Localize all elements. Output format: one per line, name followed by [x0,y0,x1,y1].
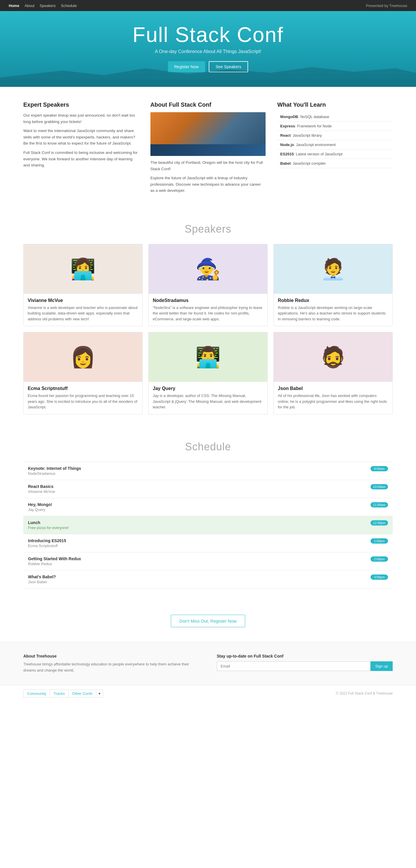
speaker-bio: Ecma found her passion for programming a… [28,393,138,410]
speaker-bio: All of his professional life, Json has w… [278,393,388,410]
speaker-info: Json Babel All of his professional life,… [274,382,392,414]
speaker-avatar: 🧔 [274,332,392,382]
schedule-item: React BasicsVivianne McVue10:00am [23,480,393,498]
speaker-card: 🧑‍💼 Robbie Redux Robbie is a JavaScript … [273,244,393,327]
speaker-info: Vivianne McVue Vivianne is a web develop… [24,294,142,326]
cta-register-button[interactable]: Don't Miss Out, Register Now [171,615,245,627]
learn-table-row: Express: Framework for Node [277,122,393,131]
nav-links: Home About Speakers Schedule [9,3,77,8]
schedule-title: React Basics [28,484,55,489]
schedule-info: React BasicsVivianne McVue [28,484,55,494]
speaker-name: Vivianne McVue [28,298,138,303]
cta-section: Don't Miss Out, Register Now [0,603,416,642]
schedule-speaker: NodeStradamus [28,471,81,476]
register-now-button[interactable]: Register Now [168,61,205,72]
schedule-item: Keynote: Internet of ThingsNodeStradamus… [23,462,393,480]
time-badge: 10:00am [370,484,388,489]
speaker-card: 🧔 Json Babel All of his professional lif… [273,332,393,414]
speaker-info: Jay Query Jay is a developer, author of … [149,382,267,414]
expert-speakers-col: Expert Speakers Our expert speaker lineu… [23,101,139,197]
learn-table-row: Babel: JavaScript compiler [277,159,393,168]
hero-section: Full Stack Conf A One-day Conference Abo… [0,11,416,87]
what-youll-learn-col: What You'll Learn MongoDB: NoSQL databas… [277,101,393,197]
schedule-title: Introducing ES2015 [28,538,66,543]
footer-newsletter-title: Stay up-to-date on Full Stack Conf [217,654,393,658]
speaker-name: Ecma Scriptnstuff [28,386,138,391]
learn-term: Babel: JavaScript compiler [277,159,393,168]
nav-schedule[interactable]: Schedule [61,3,77,8]
schedule-speaker: Json Babel [28,580,56,584]
schedule-title: Lunch [28,520,69,525]
speaker-info: Ecma Scriptnstuff Ecma found her passion… [24,382,142,414]
schedule-item: Hey, Mongo!Jay Query11:00am [23,498,393,516]
speaker-name: Json Babel [278,386,388,391]
footer-about-text: Treehouse brings affordable technology e… [23,661,199,674]
footer-link-tracks[interactable]: Tracks [50,690,68,698]
learn-table-row: React: JavaScript library [277,131,393,140]
time-badge: 2:00pm [370,556,388,562]
footer-dropdown-button[interactable]: ▾ [96,690,103,698]
learn-term: Express: Framework for Node [277,122,393,131]
nav-about[interactable]: About [25,3,34,8]
expert-p2: Want to meet the international JavaScrip… [23,128,139,147]
hero-subtitle: A One-day Conference About All Things Ja… [155,49,261,54]
schedule-speaker: Jay Query [28,507,52,512]
expert-speakers-title: Expert Speakers [23,101,139,108]
speakers-section-title: Speakers [0,211,416,244]
learn-term: ES2015: Latest version of JavaScript [277,150,393,159]
footer-about-col: About Treehouse Treehouse brings afforda… [23,654,199,674]
speaker-card: 👩 Ecma Scriptnstuff Ecma found her passi… [23,332,143,414]
speaker-card: 🧙 NodeStradamus "NodeStra" is a software… [148,244,268,327]
portland-image [150,112,266,156]
speaker-bio: "NodeStra" is a software engineer and ph… [153,305,263,322]
nav-speakers[interactable]: Speakers [40,3,56,8]
schedule-item: Getting Started With ReduxRobbie Redux2:… [23,552,393,570]
learn-term: React: JavaScript library [277,131,393,140]
time-badge: 3:00pm [370,575,388,580]
schedule-section: Schedule Keynote: Internet of ThingsNode… [0,429,416,603]
schedule-info: What's Babel?Json Babel [28,575,56,584]
learn-term: Node.js: JavaScript environment [277,140,393,150]
speaker-bio: Robbie is a JavaScript developer working… [278,305,388,322]
speaker-bio: Vivianne is a web developer and teacher … [28,305,138,322]
expert-p3: Full Stack Conf is committed to being in… [23,150,139,168]
time-badge: 11:00am [370,502,388,507]
speaker-bio: Jay is a developer, author of CSS: The M… [153,393,263,410]
speaker-card: 👨‍💻 Jay Query Jay is a developer, author… [148,332,268,414]
email-row: Sign up [217,661,393,671]
schedule-section-title: Schedule [0,429,416,462]
conf-p1: The beautiful city of Portland, Oregon w… [150,159,266,172]
nav-presented: Presented by Treehouse [366,3,407,8]
speaker-avatar: 👩‍💻 [24,244,142,294]
schedule-title: Hey, Mongo! [28,502,52,507]
schedule-speaker: Ecma Scriptnstuff [28,544,66,548]
about-section: Expert Speakers Our expert speaker lineu… [0,87,416,211]
schedule-item: LunchFree pizza for everyone!12:00pm [23,516,393,534]
signup-button[interactable]: Sign up [370,661,393,671]
about-conf-title: About Full Stack Conf [150,101,266,108]
schedule-list: Keynote: Internet of ThingsNodeStradamus… [0,462,416,603]
learn-table: MongoDB: NoSQL databaseExpress: Framewor… [277,112,393,168]
schedule-speaker: Vivianne McVue [28,489,55,494]
speaker-info: Robbie Redux Robbie is a JavaScript deve… [274,294,392,326]
email-input[interactable] [217,661,370,671]
speaker-name: NodeStradamus [153,298,263,303]
speakers-section: Speakers 👩‍💻 Vivianne McVue Vivianne is … [0,211,416,429]
speaker-avatar: 🧑‍💼 [274,244,392,294]
schedule-lunch-desc: Free pizza for everyone! [28,526,69,530]
footer-links: CommunityTracksOther Confs▾ [23,690,103,698]
speaker-card: 👩‍💻 Vivianne McVue Vivianne is a web dev… [23,244,143,327]
speaker-name: Robbie Redux [278,298,388,303]
footer-link-community[interactable]: Community [23,690,50,698]
navbar: Home About Speakers Schedule Presented b… [0,0,416,11]
nav-home[interactable]: Home [9,3,19,8]
schedule-title: What's Babel? [28,575,56,579]
schedule-item: Introducing ES2015Ecma Scriptnstuff1:00p… [23,534,393,552]
speakers-grid: 👩‍💻 Vivianne McVue Vivianne is a web dev… [0,244,416,429]
footer-copyright: © 2022 Full Stack Conf & Treehouse [336,691,393,695]
footer-link-other-confs[interactable]: Other Confs [68,690,96,698]
schedule-info: Introducing ES2015Ecma Scriptnstuff [28,538,66,548]
schedule-item: What's Babel?Json Babel3:00pm [23,570,393,588]
speaker-name: Jay Query [153,386,263,391]
learn-table-row: Node.js: JavaScript environment [277,140,393,150]
